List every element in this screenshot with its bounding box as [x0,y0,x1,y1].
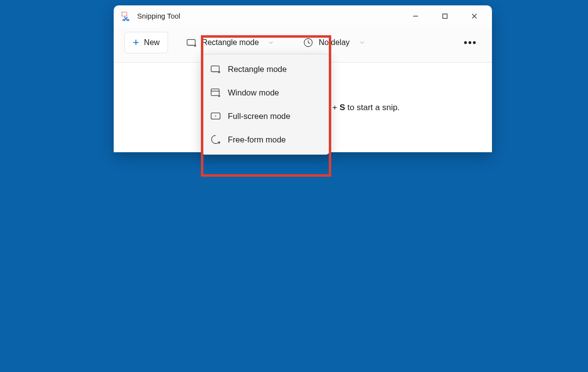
new-button-label: New [144,38,160,47]
mode-dropdown-button[interactable]: Rectangle mode [178,32,285,53]
clock-icon [303,37,314,48]
svg-rect-9 [211,66,220,72]
delay-dropdown-label: No delay [318,38,349,47]
mode-option-label: Window mode [228,88,279,97]
app-title: Snipping Tool [137,12,180,20]
snipping-tool-icon [121,11,131,22]
snipping-tool-window: Snipping Tool + New Rectangle mode [114,5,492,152]
svg-rect-4 [443,14,447,19]
mode-option-fullscreen[interactable]: Full-screen mode [203,104,327,128]
svg-point-1 [123,20,125,22]
svg-rect-7 [187,40,196,46]
mode-option-freeform[interactable]: Free-form mode [203,128,327,151]
plus-icon: + [133,37,139,48]
fullscreen-mode-icon [210,111,221,121]
chevron-down-icon [266,37,276,48]
more-button[interactable]: ••• [460,32,481,53]
svg-point-2 [127,20,129,22]
svg-rect-0 [122,12,127,16]
mode-option-rectangle[interactable]: Rectangle mode [203,57,327,81]
minimize-button[interactable] [401,6,430,26]
close-button[interactable] [460,6,489,26]
svg-point-13 [215,116,216,116]
chevron-down-icon [357,37,368,48]
titlebar: Snipping Tool [114,5,492,27]
mode-option-label: Rectangle mode [228,65,287,74]
rectangle-mode-icon [186,37,197,48]
mode-option-window[interactable]: Window mode [203,81,327,104]
mode-option-label: Free-form mode [228,135,286,144]
maximize-button[interactable] [430,6,460,26]
window-mode-icon [210,87,221,98]
mode-dropdown-label: Rectangle mode [202,38,259,47]
toolbar: + New Rectangle mode No delay ••• [114,27,492,63]
new-button[interactable]: + New [124,32,168,53]
svg-rect-10 [211,89,220,96]
rectangle-mode-icon [210,64,221,74]
delay-dropdown-button[interactable]: No delay [294,32,375,53]
mode-option-label: Full-screen mode [228,112,290,121]
ellipsis-icon: ••• [464,37,477,48]
mode-dropdown-menu: Rectangle mode Window mode Full-screen m… [201,54,330,155]
freeform-mode-icon [210,134,221,145]
